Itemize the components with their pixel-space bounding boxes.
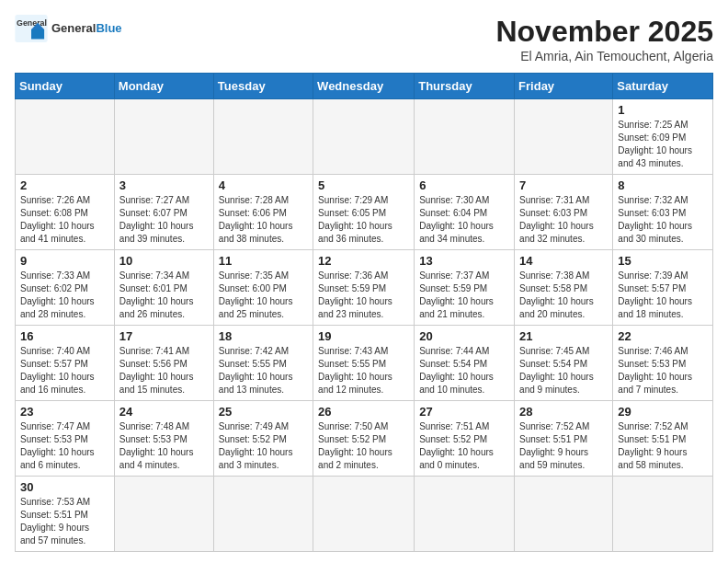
- calendar-day-cell: 27Sunrise: 7:51 AM Sunset: 5:52 PM Dayli…: [415, 401, 515, 477]
- header-friday: Friday: [515, 74, 613, 99]
- header-monday: Monday: [114, 74, 213, 99]
- calendar-day-cell: 12Sunrise: 7:36 AM Sunset: 5:59 PM Dayli…: [313, 250, 415, 326]
- day-info: Sunrise: 7:27 AM Sunset: 6:07 PM Dayligh…: [119, 194, 209, 246]
- calendar-week-row: 16Sunrise: 7:40 AM Sunset: 5:57 PM Dayli…: [16, 326, 713, 401]
- calendar-day-cell: 23Sunrise: 7:47 AM Sunset: 5:53 PM Dayli…: [16, 401, 115, 477]
- calendar-day-cell: 13Sunrise: 7:37 AM Sunset: 5:59 PM Dayli…: [415, 250, 515, 326]
- day-info: Sunrise: 7:29 AM Sunset: 6:05 PM Dayligh…: [318, 194, 409, 246]
- calendar-day-cell: [515, 477, 613, 552]
- logo-icon: General: [15, 15, 48, 42]
- day-info: Sunrise: 7:52 AM Sunset: 5:51 PM Dayligh…: [618, 420, 708, 472]
- day-number: 22: [618, 329, 708, 343]
- day-number: 5: [318, 178, 409, 192]
- calendar-week-row: 9Sunrise: 7:33 AM Sunset: 6:02 PM Daylig…: [16, 250, 713, 326]
- day-info: Sunrise: 7:28 AM Sunset: 6:06 PM Dayligh…: [219, 194, 308, 246]
- title-area: November 2025 El Amria, Ain Temouchent, …: [495, 15, 713, 63]
- location-subtitle: El Amria, Ain Temouchent, Algeria: [495, 49, 713, 63]
- day-number: 24: [119, 405, 209, 419]
- calendar-day-cell: [16, 99, 115, 175]
- day-number: 21: [519, 329, 608, 343]
- calendar-week-row: 2Sunrise: 7:26 AM Sunset: 6:08 PM Daylig…: [16, 175, 713, 250]
- logo: General GeneralBlue: [15, 15, 122, 42]
- logo-text: GeneralBlue: [51, 22, 122, 35]
- day-number: 26: [318, 405, 409, 419]
- page-header: General GeneralBlue November 2025 El Amr…: [15, 15, 713, 63]
- calendar-day-cell: 16Sunrise: 7:40 AM Sunset: 5:57 PM Dayli…: [16, 326, 115, 401]
- day-info: Sunrise: 7:44 AM Sunset: 5:54 PM Dayligh…: [419, 345, 509, 396]
- svg-text:General: General: [17, 18, 47, 28]
- day-number: 10: [119, 254, 209, 268]
- day-info: Sunrise: 7:51 AM Sunset: 5:52 PM Dayligh…: [419, 420, 509, 472]
- day-info: Sunrise: 7:53 AM Sunset: 5:51 PM Dayligh…: [20, 496, 109, 547]
- calendar-day-cell: 4Sunrise: 7:28 AM Sunset: 6:06 PM Daylig…: [213, 175, 313, 250]
- day-number: 28: [519, 405, 608, 419]
- calendar-day-cell: 1Sunrise: 7:25 AM Sunset: 6:09 PM Daylig…: [613, 99, 713, 175]
- day-number: 1: [618, 103, 708, 117]
- day-info: Sunrise: 7:34 AM Sunset: 6:01 PM Dayligh…: [119, 270, 209, 321]
- day-number: 19: [318, 329, 409, 343]
- day-info: Sunrise: 7:37 AM Sunset: 5:59 PM Dayligh…: [419, 270, 509, 321]
- calendar-day-cell: 2Sunrise: 7:26 AM Sunset: 6:08 PM Daylig…: [16, 175, 115, 250]
- day-number: 2: [20, 178, 109, 192]
- calendar-table: Sunday Monday Tuesday Wednesday Thursday…: [15, 73, 713, 552]
- calendar-day-cell: 25Sunrise: 7:49 AM Sunset: 5:52 PM Dayli…: [213, 401, 313, 477]
- calendar-day-cell: [313, 477, 415, 552]
- day-info: Sunrise: 7:38 AM Sunset: 5:58 PM Dayligh…: [519, 270, 608, 321]
- day-number: 17: [119, 329, 209, 343]
- calendar-day-cell: [313, 99, 415, 175]
- calendar-day-cell: [515, 99, 613, 175]
- day-number: 16: [20, 329, 109, 343]
- calendar-day-cell: [114, 477, 213, 552]
- day-info: Sunrise: 7:45 AM Sunset: 5:54 PM Dayligh…: [519, 345, 608, 396]
- header-sunday: Sunday: [16, 74, 115, 99]
- calendar-header-row: Sunday Monday Tuesday Wednesday Thursday…: [16, 74, 713, 99]
- svg-marker-2: [31, 29, 44, 40]
- day-info: Sunrise: 7:52 AM Sunset: 5:51 PM Dayligh…: [519, 420, 608, 472]
- calendar-day-cell: 24Sunrise: 7:48 AM Sunset: 5:53 PM Dayli…: [114, 401, 213, 477]
- day-info: Sunrise: 7:50 AM Sunset: 5:52 PM Dayligh…: [318, 420, 409, 472]
- calendar-day-cell: 20Sunrise: 7:44 AM Sunset: 5:54 PM Dayli…: [415, 326, 515, 401]
- day-info: Sunrise: 7:35 AM Sunset: 6:00 PM Dayligh…: [219, 270, 308, 321]
- day-number: 30: [20, 480, 109, 494]
- day-info: Sunrise: 7:46 AM Sunset: 5:53 PM Dayligh…: [618, 345, 708, 396]
- calendar-day-cell: 5Sunrise: 7:29 AM Sunset: 6:05 PM Daylig…: [313, 175, 415, 250]
- calendar-day-cell: 9Sunrise: 7:33 AM Sunset: 6:02 PM Daylig…: [16, 250, 115, 326]
- calendar-day-cell: [415, 477, 515, 552]
- day-number: 8: [618, 178, 708, 192]
- calendar-day-cell: 3Sunrise: 7:27 AM Sunset: 6:07 PM Daylig…: [114, 175, 213, 250]
- day-info: Sunrise: 7:41 AM Sunset: 5:56 PM Dayligh…: [119, 345, 209, 396]
- calendar-day-cell: 21Sunrise: 7:45 AM Sunset: 5:54 PM Dayli…: [515, 326, 613, 401]
- day-number: 3: [119, 178, 209, 192]
- calendar-day-cell: 8Sunrise: 7:32 AM Sunset: 6:03 PM Daylig…: [613, 175, 713, 250]
- day-number: 18: [219, 329, 308, 343]
- day-info: Sunrise: 7:30 AM Sunset: 6:04 PM Dayligh…: [419, 194, 509, 246]
- day-number: 6: [419, 178, 509, 192]
- calendar-day-cell: [213, 99, 313, 175]
- day-number: 29: [618, 405, 708, 419]
- header-saturday: Saturday: [613, 74, 713, 99]
- calendar-week-row: 30Sunrise: 7:53 AM Sunset: 5:51 PM Dayli…: [16, 477, 713, 552]
- calendar-day-cell: 28Sunrise: 7:52 AM Sunset: 5:51 PM Dayli…: [515, 401, 613, 477]
- day-number: 23: [20, 405, 109, 419]
- day-info: Sunrise: 7:48 AM Sunset: 5:53 PM Dayligh…: [119, 420, 209, 472]
- calendar-day-cell: 14Sunrise: 7:38 AM Sunset: 5:58 PM Dayli…: [515, 250, 613, 326]
- day-number: 27: [419, 405, 509, 419]
- calendar-day-cell: 18Sunrise: 7:42 AM Sunset: 5:55 PM Dayli…: [213, 326, 313, 401]
- header-thursday: Thursday: [415, 74, 515, 99]
- day-info: Sunrise: 7:42 AM Sunset: 5:55 PM Dayligh…: [219, 345, 308, 396]
- day-number: 15: [618, 254, 708, 268]
- day-number: 14: [519, 254, 608, 268]
- header-tuesday: Tuesday: [213, 74, 313, 99]
- calendar-week-row: 1Sunrise: 7:25 AM Sunset: 6:09 PM Daylig…: [16, 99, 713, 175]
- day-info: Sunrise: 7:49 AM Sunset: 5:52 PM Dayligh…: [219, 420, 308, 472]
- day-info: Sunrise: 7:25 AM Sunset: 6:09 PM Dayligh…: [618, 119, 708, 170]
- calendar-day-cell: 17Sunrise: 7:41 AM Sunset: 5:56 PM Dayli…: [114, 326, 213, 401]
- day-number: 7: [519, 178, 608, 192]
- day-number: 4: [219, 178, 308, 192]
- header-wednesday: Wednesday: [313, 74, 415, 99]
- day-info: Sunrise: 7:33 AM Sunset: 6:02 PM Dayligh…: [20, 270, 109, 321]
- calendar-week-row: 23Sunrise: 7:47 AM Sunset: 5:53 PM Dayli…: [16, 401, 713, 477]
- day-number: 20: [419, 329, 509, 343]
- day-number: 25: [219, 405, 308, 419]
- day-number: 12: [318, 254, 409, 268]
